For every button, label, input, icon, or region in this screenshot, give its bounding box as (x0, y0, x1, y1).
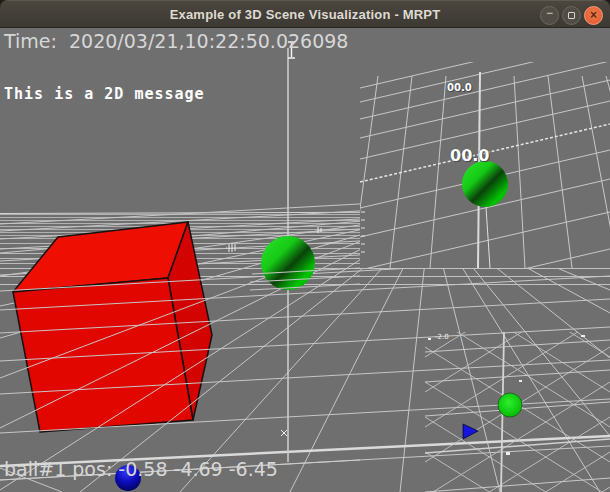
maximize-icon (568, 12, 575, 19)
minimize-button[interactable]: − (540, 6, 559, 25)
tr-green-sphere (462, 161, 508, 207)
br-tick-label: -2.0 (435, 333, 449, 341)
2d-message-label: This is a 2D message (4, 85, 205, 103)
tr-label-far: 00.0 (447, 82, 472, 93)
titlebar[interactable]: Example of 3D Scene Visualization - MRPT… (0, 0, 610, 28)
ball-position-label: ball#1 pos: -0.58 -4.69 -6.45 (4, 458, 278, 480)
tr-left-ticks (361, 212, 365, 252)
app-window: Example of 3D Scene Visualization - MRPT… (0, 0, 610, 492)
close-button[interactable]: × (584, 6, 603, 25)
tr-label-near: 00.0 (450, 146, 489, 165)
green-sphere (261, 236, 315, 290)
br-grid-major-h (425, 439, 610, 453)
subview-tr-svg (360, 62, 610, 268)
maximize-button[interactable] (562, 6, 581, 25)
subview-top-right[interactable]: 00.0 00.0 (360, 62, 610, 268)
tr-axis-below-sphere (486, 207, 490, 268)
main-3d-viewport[interactable]: Time: 2020/03/21,10:22:50.026098 This is… (0, 28, 610, 492)
close-icon: × (590, 8, 597, 22)
time-label: Time: 2020/03/21,10:22:50.026098 (4, 30, 348, 52)
br-green-sphere (498, 393, 522, 417)
br-blue-arrow (463, 424, 478, 439)
window-controls: − × (540, 1, 603, 29)
minimize-icon: − (546, 8, 553, 18)
subview-br-svg (425, 332, 610, 492)
window-title: Example of 3D Scene Visualization - MRPT (0, 7, 610, 22)
subview-bottom-right[interactable]: -2.0 (425, 332, 610, 492)
